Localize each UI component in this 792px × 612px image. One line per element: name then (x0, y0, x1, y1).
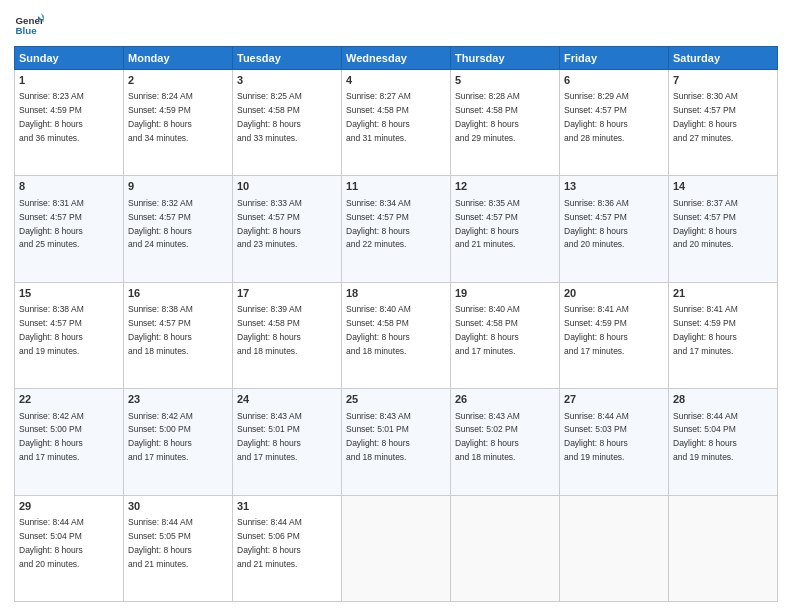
day-cell: 27Sunrise: 8:44 AM Sunset: 5:03 PM Dayli… (560, 389, 669, 495)
day-info: Sunrise: 8:42 AM Sunset: 5:00 PM Dayligh… (19, 411, 84, 463)
day-cell: 29Sunrise: 8:44 AM Sunset: 5:04 PM Dayli… (15, 495, 124, 601)
day-number: 3 (237, 73, 337, 88)
day-cell: 2Sunrise: 8:24 AM Sunset: 4:59 PM Daylig… (124, 70, 233, 176)
day-number: 28 (673, 392, 773, 407)
day-cell: 30Sunrise: 8:44 AM Sunset: 5:05 PM Dayli… (124, 495, 233, 601)
day-info: Sunrise: 8:43 AM Sunset: 5:02 PM Dayligh… (455, 411, 520, 463)
calendar-body: 1Sunrise: 8:23 AM Sunset: 4:59 PM Daylig… (15, 70, 778, 602)
day-cell: 16Sunrise: 8:38 AM Sunset: 4:57 PM Dayli… (124, 282, 233, 388)
week-row-2: 8Sunrise: 8:31 AM Sunset: 4:57 PM Daylig… (15, 176, 778, 282)
day-info: Sunrise: 8:43 AM Sunset: 5:01 PM Dayligh… (346, 411, 411, 463)
day-cell (669, 495, 778, 601)
week-row-3: 15Sunrise: 8:38 AM Sunset: 4:57 PM Dayli… (15, 282, 778, 388)
day-cell: 5Sunrise: 8:28 AM Sunset: 4:58 PM Daylig… (451, 70, 560, 176)
col-header-thursday: Thursday (451, 47, 560, 70)
day-cell: 14Sunrise: 8:37 AM Sunset: 4:57 PM Dayli… (669, 176, 778, 282)
day-info: Sunrise: 8:41 AM Sunset: 4:59 PM Dayligh… (673, 304, 738, 356)
day-info: Sunrise: 8:43 AM Sunset: 5:01 PM Dayligh… (237, 411, 302, 463)
day-number: 26 (455, 392, 555, 407)
col-header-saturday: Saturday (669, 47, 778, 70)
page: General Blue SundayMondayTuesdayWednesda… (0, 0, 792, 612)
day-cell: 24Sunrise: 8:43 AM Sunset: 5:01 PM Dayli… (233, 389, 342, 495)
day-cell: 4Sunrise: 8:27 AM Sunset: 4:58 PM Daylig… (342, 70, 451, 176)
day-cell: 18Sunrise: 8:40 AM Sunset: 4:58 PM Dayli… (342, 282, 451, 388)
day-info: Sunrise: 8:23 AM Sunset: 4:59 PM Dayligh… (19, 91, 84, 143)
day-number: 21 (673, 286, 773, 301)
day-number: 4 (346, 73, 446, 88)
day-cell: 3Sunrise: 8:25 AM Sunset: 4:58 PM Daylig… (233, 70, 342, 176)
calendar-table: SundayMondayTuesdayWednesdayThursdayFrid… (14, 46, 778, 602)
day-number: 27 (564, 392, 664, 407)
day-info: Sunrise: 8:35 AM Sunset: 4:57 PM Dayligh… (455, 198, 520, 250)
day-number: 13 (564, 179, 664, 194)
col-header-tuesday: Tuesday (233, 47, 342, 70)
day-number: 16 (128, 286, 228, 301)
day-info: Sunrise: 8:40 AM Sunset: 4:58 PM Dayligh… (455, 304, 520, 356)
day-number: 8 (19, 179, 119, 194)
day-info: Sunrise: 8:30 AM Sunset: 4:57 PM Dayligh… (673, 91, 738, 143)
day-number: 11 (346, 179, 446, 194)
day-number: 14 (673, 179, 773, 194)
day-info: Sunrise: 8:44 AM Sunset: 5:03 PM Dayligh… (564, 411, 629, 463)
day-info: Sunrise: 8:27 AM Sunset: 4:58 PM Dayligh… (346, 91, 411, 143)
day-cell: 1Sunrise: 8:23 AM Sunset: 4:59 PM Daylig… (15, 70, 124, 176)
day-info: Sunrise: 8:44 AM Sunset: 5:04 PM Dayligh… (19, 517, 84, 569)
day-info: Sunrise: 8:33 AM Sunset: 4:57 PM Dayligh… (237, 198, 302, 250)
day-info: Sunrise: 8:42 AM Sunset: 5:00 PM Dayligh… (128, 411, 193, 463)
day-info: Sunrise: 8:39 AM Sunset: 4:58 PM Dayligh… (237, 304, 302, 356)
day-cell: 19Sunrise: 8:40 AM Sunset: 4:58 PM Dayli… (451, 282, 560, 388)
day-number: 30 (128, 499, 228, 514)
svg-text:Blue: Blue (16, 25, 38, 36)
day-cell: 10Sunrise: 8:33 AM Sunset: 4:57 PM Dayli… (233, 176, 342, 282)
col-header-wednesday: Wednesday (342, 47, 451, 70)
day-number: 31 (237, 499, 337, 514)
day-info: Sunrise: 8:40 AM Sunset: 4:58 PM Dayligh… (346, 304, 411, 356)
day-cell: 25Sunrise: 8:43 AM Sunset: 5:01 PM Dayli… (342, 389, 451, 495)
week-row-4: 22Sunrise: 8:42 AM Sunset: 5:00 PM Dayli… (15, 389, 778, 495)
day-info: Sunrise: 8:44 AM Sunset: 5:06 PM Dayligh… (237, 517, 302, 569)
day-info: Sunrise: 8:44 AM Sunset: 5:05 PM Dayligh… (128, 517, 193, 569)
svg-text:General: General (16, 15, 45, 26)
day-cell: 26Sunrise: 8:43 AM Sunset: 5:02 PM Dayli… (451, 389, 560, 495)
day-number: 6 (564, 73, 664, 88)
day-info: Sunrise: 8:38 AM Sunset: 4:57 PM Dayligh… (19, 304, 84, 356)
day-info: Sunrise: 8:24 AM Sunset: 4:59 PM Dayligh… (128, 91, 193, 143)
day-number: 1 (19, 73, 119, 88)
day-cell: 28Sunrise: 8:44 AM Sunset: 5:04 PM Dayli… (669, 389, 778, 495)
col-header-friday: Friday (560, 47, 669, 70)
day-info: Sunrise: 8:41 AM Sunset: 4:59 PM Dayligh… (564, 304, 629, 356)
col-header-sunday: Sunday (15, 47, 124, 70)
day-cell (560, 495, 669, 601)
day-number: 25 (346, 392, 446, 407)
day-cell (342, 495, 451, 601)
day-cell: 20Sunrise: 8:41 AM Sunset: 4:59 PM Dayli… (560, 282, 669, 388)
week-row-1: 1Sunrise: 8:23 AM Sunset: 4:59 PM Daylig… (15, 70, 778, 176)
day-cell: 17Sunrise: 8:39 AM Sunset: 4:58 PM Dayli… (233, 282, 342, 388)
day-cell: 31Sunrise: 8:44 AM Sunset: 5:06 PM Dayli… (233, 495, 342, 601)
day-info: Sunrise: 8:31 AM Sunset: 4:57 PM Dayligh… (19, 198, 84, 250)
day-number: 15 (19, 286, 119, 301)
day-cell: 8Sunrise: 8:31 AM Sunset: 4:57 PM Daylig… (15, 176, 124, 282)
column-headers: SundayMondayTuesdayWednesdayThursdayFrid… (15, 47, 778, 70)
day-cell: 22Sunrise: 8:42 AM Sunset: 5:00 PM Dayli… (15, 389, 124, 495)
day-number: 17 (237, 286, 337, 301)
col-header-monday: Monday (124, 47, 233, 70)
day-number: 23 (128, 392, 228, 407)
day-cell: 12Sunrise: 8:35 AM Sunset: 4:57 PM Dayli… (451, 176, 560, 282)
day-number: 7 (673, 73, 773, 88)
day-cell: 9Sunrise: 8:32 AM Sunset: 4:57 PM Daylig… (124, 176, 233, 282)
day-info: Sunrise: 8:25 AM Sunset: 4:58 PM Dayligh… (237, 91, 302, 143)
week-row-5: 29Sunrise: 8:44 AM Sunset: 5:04 PM Dayli… (15, 495, 778, 601)
day-number: 24 (237, 392, 337, 407)
day-info: Sunrise: 8:38 AM Sunset: 4:57 PM Dayligh… (128, 304, 193, 356)
day-cell: 13Sunrise: 8:36 AM Sunset: 4:57 PM Dayli… (560, 176, 669, 282)
day-cell (451, 495, 560, 601)
day-number: 12 (455, 179, 555, 194)
day-info: Sunrise: 8:44 AM Sunset: 5:04 PM Dayligh… (673, 411, 738, 463)
day-cell: 15Sunrise: 8:38 AM Sunset: 4:57 PM Dayli… (15, 282, 124, 388)
day-number: 29 (19, 499, 119, 514)
day-number: 10 (237, 179, 337, 194)
day-cell: 23Sunrise: 8:42 AM Sunset: 5:00 PM Dayli… (124, 389, 233, 495)
day-number: 9 (128, 179, 228, 194)
day-cell: 21Sunrise: 8:41 AM Sunset: 4:59 PM Dayli… (669, 282, 778, 388)
